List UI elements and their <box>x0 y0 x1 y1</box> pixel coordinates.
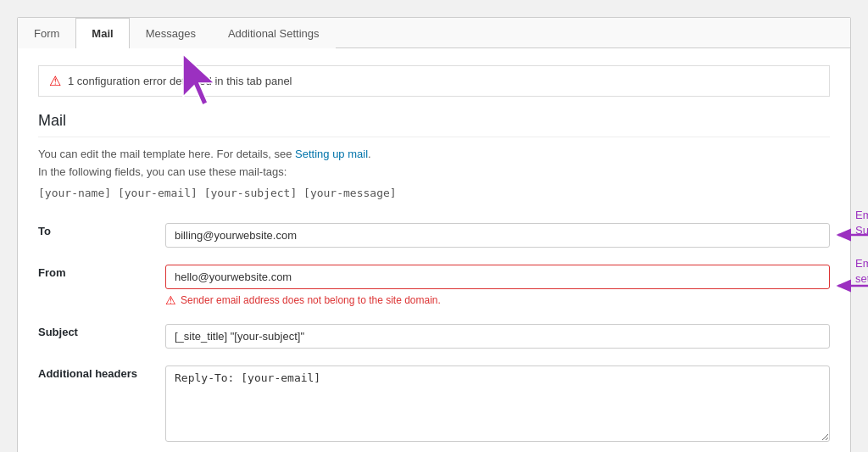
additional-headers-row: Additional headers Reply-To: [your-email… <box>38 357 830 452</box>
mail-tags: [your-name] [your-email] [your-subject] … <box>38 187 830 199</box>
subject-row: Subject <box>38 315 830 357</box>
notice-text: 1 configuration error detected in this t… <box>68 75 292 87</box>
from-label: From <box>38 266 66 279</box>
from-field-wrapper: Email ID, that you are using in your SMT… <box>165 265 830 307</box>
error-notice: ⚠ 1 configuration error detected in this… <box>38 65 830 97</box>
from-arrow <box>834 277 868 294</box>
from-error-text: Sender email address does not belong to … <box>181 294 441 306</box>
additional-headers-wrapper: Reply-To: [your-email] <box>165 366 830 444</box>
mail-panel: Form Mail Messages Additional Settings ⚠… <box>17 17 851 452</box>
desc-text-1: You can edit the mail template here. For… <box>38 148 292 160</box>
from-input[interactable] <box>165 265 830 289</box>
from-error: ⚠ Sender email address does not belong t… <box>165 293 830 307</box>
section-description: You can edit the mail template here. For… <box>38 146 830 181</box>
subject-field-wrapper <box>165 324 830 349</box>
additional-headers-label: Additional headers <box>38 367 137 380</box>
to-arrow <box>834 226 868 243</box>
tab-messages[interactable]: Messages <box>130 18 212 48</box>
from-row: From <box>38 256 830 315</box>
panel-body: ⚠ 1 configuration error detected in this… <box>18 48 850 452</box>
tab-form[interactable]: Form <box>18 18 75 48</box>
from-error-icon: ⚠ <box>165 293 176 307</box>
section-title: Mail <box>38 112 830 137</box>
to-row: To <box>38 215 830 256</box>
desc-text-3: In the following fields, you can use the… <box>38 165 287 178</box>
form-table: To <box>38 215 830 452</box>
to-label: To <box>38 225 51 237</box>
tab-bar: Form Mail Messages Additional Settings <box>18 18 850 48</box>
to-annotation: Email ID, that has been added inSupport … <box>855 208 868 238</box>
setting-up-mail-link[interactable]: Setting up mail <box>295 148 368 160</box>
error-icon: ⚠ <box>49 73 61 89</box>
additional-headers-input[interactable]: Reply-To: [your-email] <box>165 366 830 442</box>
to-input[interactable] <box>165 223 830 248</box>
tab-mail[interactable]: Mail <box>75 18 129 48</box>
to-field-wrapper: Email ID, that has been added inSupport … <box>165 223 830 248</box>
subject-label: Subject <box>38 326 78 338</box>
subject-input[interactable] <box>165 324 830 349</box>
tab-additional-settings[interactable]: Additional Settings <box>212 18 336 48</box>
desc-period: . <box>368 148 371 160</box>
